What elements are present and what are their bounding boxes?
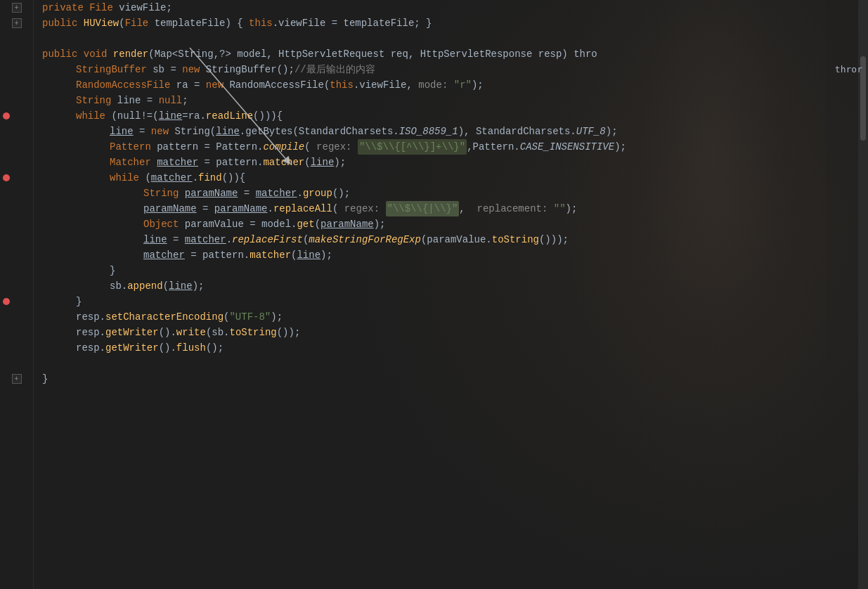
- code-token: matcher: [151, 170, 193, 186]
- code-token: paramName: [214, 201, 268, 216]
- code-line: [42, 31, 858, 46]
- gutter-row: [0, 340, 33, 356]
- code-line: Pattern pattern = Pattern.compile( regex…: [42, 139, 858, 155]
- code-token: getWriter: [105, 325, 159, 340]
- code-token: .: [267, 201, 273, 216]
- code-token: ())){: [253, 108, 283, 124]
- code-token: (: [332, 201, 344, 216]
- gutter-row: [0, 31, 33, 46]
- code-token: }: [110, 263, 115, 278]
- code-token: );: [320, 247, 332, 263]
- gutter-row: [0, 46, 33, 62]
- code-token: );: [374, 216, 386, 232]
- code-token: (: [315, 216, 320, 232]
- code-token: paramName: [185, 186, 238, 201]
- code-line: public HUView(File templateFile) { this.…: [42, 15, 858, 31]
- code-area: private File viewFile;public HUView(File…: [34, 0, 858, 589]
- code-token: "UTF-8": [229, 309, 271, 325]
- fold-icon[interactable]: +: [12, 374, 22, 384]
- code-token: toString: [492, 232, 539, 247]
- fold-icon[interactable]: +: [12, 18, 22, 28]
- breakpoint-icon[interactable]: [3, 112, 10, 119]
- thror-label: thror: [835, 64, 862, 75]
- code-token: "": [554, 201, 566, 216]
- code-token: ,: [459, 201, 477, 216]
- editor-gutter: +++: [0, 0, 34, 589]
- code-line: line = matcher.replaceFirst(makeStringFo…: [42, 232, 858, 247]
- gutter-row: [0, 108, 33, 124]
- code-token: StringBuffer();: [206, 62, 294, 77]
- breakpoint-icon[interactable]: [3, 298, 10, 305]
- code-token: ());: [277, 325, 301, 340]
- code-line: String paramName = matcher.group();: [42, 186, 858, 201]
- code-token: (sb.: [206, 325, 230, 340]
- code-token: matcher: [250, 247, 291, 263]
- code-line: matcher = pattern.matcher(line);: [42, 247, 858, 263]
- code-token: get: [297, 216, 314, 232]
- code-token: ().: [159, 340, 176, 356]
- code-token: ,Pattern.: [467, 139, 520, 155]
- code-token: (: [163, 278, 169, 294]
- code-token: String: [76, 93, 117, 108]
- code-token: .: [297, 186, 302, 201]
- code-token: (: [119, 15, 124, 31]
- code-token: new: [206, 77, 230, 93]
- code-token: replacement:: [477, 201, 554, 216]
- code-token: CASE_INSENSITIVE: [520, 139, 614, 155]
- code-token: .getBytes(StandardCharsets.: [240, 124, 399, 139]
- code-token: line: [169, 278, 193, 294]
- code-token: paramName: [143, 201, 197, 216]
- code-token: =: [164, 62, 182, 77]
- scrollbar[interactable]: [858, 0, 868, 589]
- code-line: resp.getWriter().write(sb.toString());: [42, 325, 858, 340]
- code-token: paramValue = model.: [185, 216, 297, 232]
- code-token: sb.: [110, 278, 127, 294]
- code-token: this: [249, 15, 273, 31]
- code-token: ISO_8859_1: [399, 124, 458, 139]
- code-line: }: [42, 371, 858, 387]
- code-token: new: [151, 124, 175, 139]
- code-token: );: [472, 77, 484, 93]
- code-line: sb.append(line);: [42, 278, 858, 294]
- fold-icon[interactable]: +: [12, 3, 22, 13]
- breakpoint-icon[interactable]: [3, 174, 10, 181]
- code-line: resp.getWriter().flush();: [42, 340, 858, 356]
- code-token: line: [143, 232, 167, 247]
- code-token: void: [84, 46, 113, 62]
- code-token: = pattern.: [185, 247, 250, 263]
- code-token: replaceAll: [273, 201, 332, 216]
- gutter-row: +: [0, 371, 33, 387]
- code-line: [42, 356, 858, 371]
- code-token: ().: [159, 325, 176, 340]
- gutter-row: [0, 216, 33, 232]
- code-token: write: [176, 325, 206, 340]
- code-token: find: [198, 170, 222, 186]
- code-token: matcher: [143, 247, 185, 263]
- code-token: ();: [206, 340, 224, 356]
- code-token: );: [614, 139, 626, 155]
- code-token: readLine: [206, 108, 253, 124]
- code-token: );: [606, 124, 618, 139]
- code-token: );: [334, 155, 346, 170]
- code-token: }: [76, 294, 82, 309]
- code-token: (: [224, 309, 229, 325]
- code-token: .viewFile,: [354, 77, 418, 93]
- code-token: matcher: [157, 155, 198, 170]
- code-token: "r": [454, 77, 472, 93]
- code-token: Pattern: [110, 139, 157, 155]
- code-token: File: [125, 15, 155, 31]
- code-token: );: [566, 201, 578, 216]
- code-token: line: [216, 124, 240, 139]
- gutter-row: [0, 186, 33, 201]
- code-token: String(: [174, 124, 216, 139]
- code-token: ();: [332, 186, 350, 201]
- code-token: public: [42, 46, 84, 62]
- code-token: regex:: [316, 139, 358, 155]
- code-token: UTF_8: [576, 124, 606, 139]
- code-line: while (matcher.find()){: [42, 170, 858, 186]
- code-token: while: [76, 108, 111, 124]
- code-token: Object: [143, 216, 185, 232]
- code-token: }: [42, 371, 48, 387]
- gutter-row: [0, 356, 33, 371]
- code-token: (: [303, 232, 309, 247]
